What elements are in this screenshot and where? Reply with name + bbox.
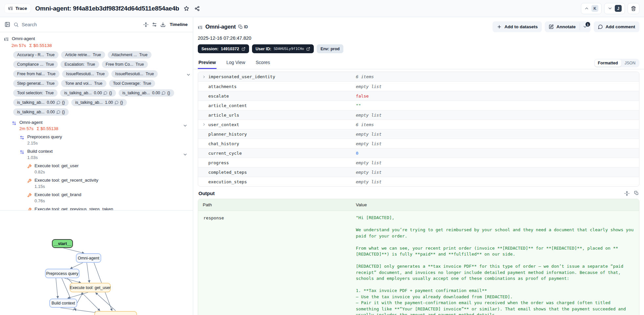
score-chip[interactable]: is_talking_ab...0.00{}: [13, 99, 69, 106]
chevron-down-icon[interactable]: [186, 72, 191, 78]
score-chip[interactable]: Tone and voi...True: [61, 80, 106, 87]
score-chip[interactable]: Tool Coverage:True: [109, 80, 155, 87]
trace-breadcrumb[interactable]: Trace: [5, 4, 31, 13]
score-chip[interactable]: Free from hal...True: [13, 70, 59, 78]
tree-span-build-context[interactable]: Build context1.03s: [4, 148, 190, 160]
preview-key: attachments: [208, 84, 237, 89]
copy-output-icon[interactable]: [634, 191, 639, 196]
tree-root-node[interactable]: Omni-agent: [4, 35, 190, 42]
preview-key: current_cycle: [208, 151, 242, 156]
tree-span-execute-tool-get-previous-steps-taken[interactable]: Execute tool: get_previous_steps_taken1.…: [4, 206, 190, 211]
copy-icon: [238, 25, 243, 29]
annotate-button[interactable]: Annotate: [545, 21, 580, 32]
search-input[interactable]: [22, 22, 140, 27]
output-path: response: [198, 211, 356, 220]
format-option-json[interactable]: JSON: [621, 59, 639, 67]
score-chip[interactable]: Tool selection:True: [13, 89, 58, 97]
score-chip[interactable]: IssueResoluti...True: [62, 70, 109, 78]
tree-span-preprocess-query[interactable]: Preprocess query2.15s: [4, 134, 190, 146]
trace-tree-icon: [198, 24, 203, 30]
previous-trace-button[interactable]: K: [581, 3, 602, 14]
delete-trace-button[interactable]: [628, 3, 639, 14]
preview-key: escalate: [208, 94, 229, 99]
trace-detail-panel: Omni-agent ID Add to datasets Annotate: [193, 17, 644, 315]
add-to-datasets-button[interactable]: Add to datasets: [493, 21, 542, 32]
score-chip[interactable]: is_talking_ab...1.00{}: [71, 99, 127, 106]
chevron-down-icon[interactable]: [183, 123, 188, 128]
preview-value: empty list: [356, 132, 381, 137]
trace-title: Omni-agent: 9f4a81eb3df983f24d64d511e854…: [35, 5, 179, 12]
timeline-toggle[interactable]: Timeline: [169, 21, 188, 28]
output-section-title: Output: [198, 191, 215, 196]
collapse-all-icon[interactable]: [143, 22, 149, 27]
graph-node-build[interactable]: Build context: [49, 299, 77, 308]
graph-node-start[interactable]: __start__: [52, 239, 73, 248]
tab-scores[interactable]: Scores: [255, 57, 271, 69]
share-icon[interactable]: [195, 6, 200, 11]
graph-node-preprocess[interactable]: Preprocess query: [45, 269, 80, 278]
user-id-badge[interactable]: User ID: SDAHUSLy9f1CHo: [252, 44, 314, 53]
agent-graph: __start__Omni-agentPreprocess queryExecu…: [0, 211, 193, 315]
score-chip[interactable]: Free from Co...True: [102, 61, 148, 68]
tab-log-view[interactable]: Log View: [226, 57, 246, 69]
span-arrows-icon: [12, 120, 16, 126]
tree-span-execute-tool-get-recent-activity[interactable]: Execute tool: get_recent_activity1.15s: [4, 177, 190, 189]
trace-timestamp: 2025-12-16 07:26:47.820: [193, 34, 644, 41]
preview-key: chat_history: [208, 141, 239, 146]
score-chip[interactable]: is_talking_ab...0.00{}: [13, 108, 69, 116]
annotate-dropdown-button[interactable]: 1: [580, 21, 591, 32]
wrench-icon: [27, 207, 32, 211]
preview-value: empty list: [356, 160, 381, 165]
tree-span-execute-tool-get-user[interactable]: Execute tool: get_user0.82s: [4, 163, 190, 175]
wrench-icon: [27, 163, 32, 169]
score-chip[interactable]: Accuracy - R...True: [13, 51, 58, 58]
preview-row-impersonated_user_identity[interactable]: impersonated_user_identity6 items: [198, 72, 639, 81]
search-icon: [13, 22, 19, 27]
preview-value: empty list: [356, 141, 381, 146]
preview-row-user_context[interactable]: user_context6 items: [198, 120, 639, 129]
preview-key: execution_steps: [208, 179, 247, 184]
graph-node-omni[interactable]: Omni-agent: [76, 253, 101, 263]
score-chip[interactable]: Attachment ...True: [108, 51, 151, 58]
search-box: [13, 22, 140, 27]
chevron-right-icon[interactable]: [202, 75, 206, 79]
output-col-value: Value: [356, 202, 367, 207]
graph-node-partial[interactable]: [94, 311, 137, 315]
session-badge[interactable]: Session: 14910372: [198, 44, 249, 53]
preview-value: empty list: [356, 113, 381, 118]
preview-key: planner_history: [208, 132, 247, 137]
copy-id-button[interactable]: ID: [238, 25, 248, 29]
output-value: "Hi [REDACTED], We understand you’re try…: [356, 211, 639, 315]
score-chip[interactable]: is_talking_ab...0.00{}: [119, 89, 174, 97]
annotate-count-badge: 1: [586, 22, 590, 27]
tab-preview[interactable]: Preview: [198, 57, 217, 69]
preview-value: empty list: [356, 84, 381, 89]
output-row-response: response"Hi [REDACTED], We understand yo…: [198, 211, 639, 315]
plus-icon: [497, 24, 502, 29]
expand-section-icon[interactable]: [624, 191, 630, 196]
score-chip[interactable]: Article retrie...True: [61, 51, 105, 58]
score-chip[interactable]: IssueResoluti...True: [111, 70, 158, 78]
trace-sidebar: Timeline Omni-agent 2m 57sΣ $0.55138 Acc…: [0, 17, 193, 315]
chevron-down-icon[interactable]: [183, 151, 188, 157]
next-trace-button[interactable]: J: [604, 3, 625, 14]
score-chip[interactable]: Compliance ...True: [13, 61, 58, 68]
tree-span-execute-tool-get-brand[interactable]: Execute tool: get_brand0.76s: [4, 191, 190, 204]
score-chip[interactable]: Step generat...True: [13, 80, 58, 87]
tree-root-metrics: 2m 57sΣ $0.55138: [4, 42, 190, 49]
preview-row-escalate: escalatefalse: [198, 91, 639, 101]
chevron-right-icon[interactable]: [202, 123, 206, 126]
add-comment-button[interactable]: Add comment: [594, 21, 639, 32]
graph-node-getuser[interactable]: Execute tool: get_user: [70, 283, 111, 292]
download-icon[interactable]: [160, 22, 166, 27]
tree-span-omni-agent[interactable]: Omni-agent2m 57sΣ $0.55138: [4, 119, 190, 131]
score-chip[interactable]: is_talking_ab...0.00{}: [60, 89, 116, 97]
score-chip[interactable]: Escalation:True: [60, 61, 99, 68]
trace-tree-icon: [8, 6, 13, 11]
external-link-icon: [242, 47, 245, 51]
shortcut-j-keycap: J: [615, 5, 622, 12]
collapse-panel-icon[interactable]: [5, 22, 10, 27]
bookmark-star-icon[interactable]: [184, 6, 189, 11]
format-option-formatted[interactable]: Formatted: [595, 59, 621, 67]
tree-settings-icon[interactable]: [152, 22, 157, 27]
